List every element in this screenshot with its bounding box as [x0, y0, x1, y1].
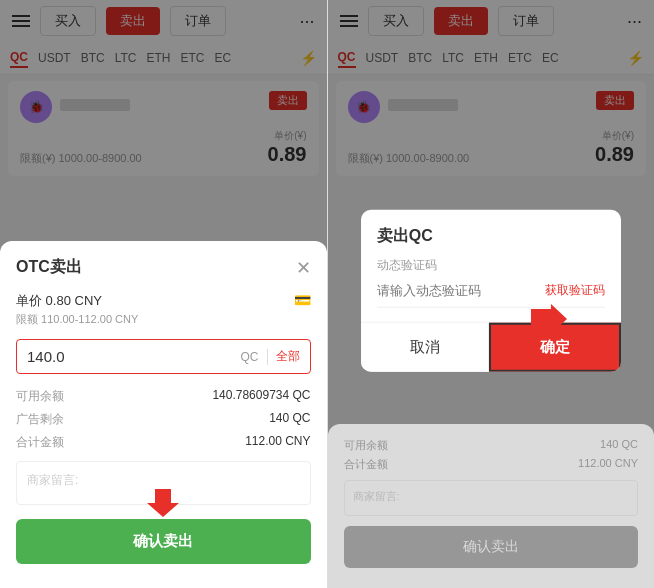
dialog-cancel-button[interactable]: 取消 — [361, 323, 490, 372]
all-button[interactable]: 全部 — [276, 348, 300, 365]
preview-available-value: 140 QC — [600, 438, 638, 453]
preview-merchant-note: 商家留言: — [344, 480, 639, 516]
preview-total-label: 合计金额 — [344, 457, 388, 472]
total-value-left: 112.00 CNY — [245, 434, 310, 451]
otc-sheet: OTC卖出 ✕ 单价 0.80 CNY 💳 限额 110.00-112.00 C… — [0, 241, 327, 588]
preview-available-row: 可用余额 140 QC — [344, 438, 639, 453]
sheet-title: OTC卖出 — [16, 257, 82, 278]
svg-marker-1 — [531, 304, 567, 334]
dialog-subtitle: 动态验证码 — [361, 257, 621, 282]
amount-input[interactable] — [27, 348, 241, 365]
arrow-indicator — [147, 489, 179, 521]
left-panel: 买入 卖出 订单 ··· QC USDT BTC LTC ETH ETC EC … — [0, 0, 327, 588]
sheet-price: 单价 0.80 CNY 💳 — [16, 292, 311, 310]
dialog-actions: 取消 确定 — [361, 322, 621, 372]
sheet-preview-right: 可用余额 140 QC 合计金额 112.00 CNY 商家留言: 确认卖出 — [328, 424, 655, 588]
confirm-sell-container: 确认卖出 — [16, 519, 311, 564]
svg-marker-0 — [147, 489, 179, 517]
arrow-to-confirm — [531, 304, 567, 338]
total-label-left: 合计金额 — [16, 434, 64, 451]
ad-remain-row: 广告剩余 140 QC — [16, 411, 311, 428]
input-divider — [267, 349, 268, 365]
code-input-row[interactable]: 获取验证码 — [377, 282, 605, 308]
ad-remain-label: 广告剩余 — [16, 411, 64, 428]
preview-total-value: 112.00 CNY — [578, 457, 638, 472]
right-panel: 买入 卖出 订单 ··· QC USDT BTC LTC ETH ETC EC … — [328, 0, 655, 588]
sheet-header: OTC卖出 ✕ — [16, 257, 311, 278]
preview-available-label: 可用余额 — [344, 438, 388, 453]
confirm-sell-button[interactable]: 确认卖出 — [16, 519, 311, 564]
input-currency: QC — [241, 350, 259, 364]
available-label: 可用余额 — [16, 388, 64, 405]
verification-dialog: 卖出QC 动态验证码 获取验证码 取消 确定 — [361, 210, 621, 372]
total-row-left: 合计金额 112.00 CNY — [16, 434, 311, 451]
preview-total-row: 合计金额 112.00 CNY — [344, 457, 639, 472]
preview-confirm-button: 确认卖出 — [344, 526, 639, 568]
amount-input-row[interactable]: QC 全部 — [16, 339, 311, 374]
get-code-button[interactable]: 获取验证码 — [545, 282, 605, 299]
close-icon[interactable]: ✕ — [296, 259, 311, 277]
ad-remain-value: 140 QC — [269, 411, 310, 428]
sheet-limit: 限额 110.00-112.00 CNY — [16, 312, 311, 327]
available-value: 140.78609734 QC — [212, 388, 310, 405]
available-row: 可用余额 140.78609734 QC — [16, 388, 311, 405]
code-input[interactable] — [377, 283, 545, 298]
dialog-title: 卖出QC — [361, 210, 621, 257]
